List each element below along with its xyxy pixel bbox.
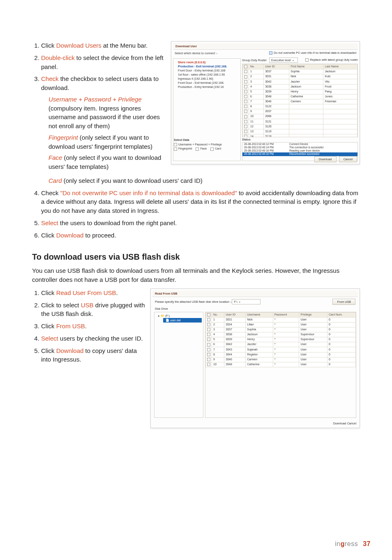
row-checkbox[interactable]: [244, 70, 247, 73]
step-5: Select the users to download from the ri…: [41, 219, 360, 228]
row-checkbox[interactable]: [244, 130, 247, 133]
col-userid[interactable]: User ID: [264, 65, 289, 69]
table-row[interactable]: 93046Carmen*User0: [206, 357, 356, 362]
overwrite-label: Do not overwrite PC user info if no term…: [274, 51, 356, 55]
row-checkbox[interactable]: [244, 120, 247, 123]
brand-logo: ingress: [335, 539, 358, 548]
table-row[interactable]: 53039HenryPang: [243, 89, 357, 94]
row-checkbox[interactable]: [244, 125, 247, 128]
row-checkbox[interactable]: [244, 95, 247, 98]
chk-fingerprint[interactable]: [174, 147, 177, 151]
overwrite-checkbox[interactable]: [269, 51, 272, 55]
row-checkbox[interactable]: [244, 80, 247, 83]
status-row: 20-08-2013 02:40:14 PMThe connection is …: [242, 146, 357, 149]
row-checkbox[interactable]: [244, 100, 247, 103]
col-no[interactable]: No.: [212, 312, 224, 317]
row-checkbox[interactable]: [207, 323, 210, 326]
row-checkbox[interactable]: [244, 105, 247, 108]
table-row[interactable]: 73043Sujanah*User0: [206, 347, 356, 352]
status-row: 20-08-2013 02:40:16 PMDisconnection succ…: [242, 152, 357, 156]
status-row: 20-08-2013 02:40:12 PMConnect Device: [242, 143, 357, 146]
row-checkbox[interactable]: [244, 75, 247, 78]
table-row[interactable]: 43038JacksonFrost: [243, 84, 357, 89]
dialog-title: Read From USB: [152, 290, 358, 297]
table-row[interactable]: 53039Henry*Supervisor0: [206, 337, 356, 342]
row-checkbox[interactable]: [207, 353, 210, 356]
status-row: 20-08-2013 02:40:16 PMReading user from …: [242, 149, 357, 152]
usb-intro: You can use USB flash disk to download u…: [32, 266, 360, 284]
table-row[interactable]: 33037Sophia*User0: [206, 327, 356, 332]
select-all-checkbox[interactable]: [207, 313, 210, 316]
replace-roster-label: Replace with latest group duty roster: [310, 58, 358, 62]
disk-tree[interactable]: ▸ 📁 (F:) 📄 user.dat: [154, 312, 203, 418]
chk-upp[interactable]: [174, 143, 177, 146]
table-row[interactable]: 23031NickKutz: [243, 74, 357, 79]
row-checkbox[interactable]: [244, 85, 247, 88]
row-checkbox[interactable]: [207, 318, 210, 321]
roster-dropdown[interactable]: Executive level: [269, 58, 298, 63]
col-cardnum[interactable]: Card Num.: [327, 312, 355, 317]
row-checkbox[interactable]: [244, 135, 247, 137]
chk-face[interactable]: [196, 147, 199, 151]
table-row[interactable]: 63048CatherineJones: [243, 94, 357, 99]
col-username[interactable]: Username: [246, 312, 273, 317]
table-row[interactable]: 143118: [243, 134, 357, 137]
replace-roster-checkbox[interactable]: [305, 58, 309, 62]
table-row[interactable]: 83122: [243, 104, 357, 109]
row-checkbox[interactable]: [207, 343, 210, 346]
table-row[interactable]: 43038Jackson*Supervisor0: [206, 332, 356, 337]
table-row[interactable]: 83044Regielor*User0: [206, 352, 356, 357]
table-row[interactable]: 73046CarmenFreeman: [243, 99, 357, 104]
table-row[interactable]: 92037: [243, 109, 357, 114]
tree-node[interactable]: Store room (0.0.0.0): [175, 60, 239, 64]
tree-node[interactable]: Front Door - Entry terminal (192.168: [175, 68, 239, 72]
cancel-button[interactable]: Cancel: [339, 156, 357, 162]
table-row[interactable]: 13037SophiaJackson: [243, 69, 357, 74]
tree-node[interactable]: 1st floor - sales office (192.168.1.50: [175, 72, 239, 76]
table-row[interactable]: 33042JazzterVitz: [243, 79, 357, 84]
table-row[interactable]: 113121: [243, 119, 357, 124]
table-row[interactable]: 103048Catherine*User0: [206, 362, 356, 367]
row-checkbox[interactable]: [207, 333, 210, 336]
connect-label: Select which device to connect :-: [175, 51, 218, 55]
roster-label: Group Duty Roster: [242, 58, 267, 62]
tree-node[interactable]: Ingressus II (192.168.1.90): [175, 76, 239, 81]
attach-label: Please specify the attached USB flash di…: [155, 300, 232, 304]
dialog-title: Download User: [173, 43, 358, 50]
row-checkbox[interactable]: [207, 338, 210, 341]
row-checkbox[interactable]: [207, 363, 210, 366]
table-row[interactable]: 133119: [243, 129, 357, 134]
col-privilege[interactable]: Privilege: [299, 312, 327, 317]
drive-dropdown[interactable]: F:\: [232, 299, 261, 304]
table-row[interactable]: 13031Nick*User0: [206, 317, 356, 322]
usb-user-grid[interactable]: No. User ID Username Password Privilege …: [205, 312, 356, 367]
row-checkbox[interactable]: [244, 115, 247, 118]
read-from-usb-dialog: Read From USB Please specify the attache…: [150, 288, 360, 428]
tree-node[interactable]: Production - Exit terminal (192.168.: [175, 64, 239, 68]
usb-subhead: To download users via USB flash disk: [32, 251, 360, 263]
from-usb-button[interactable]: From USB: [332, 299, 355, 305]
row-checkbox[interactable]: [244, 110, 247, 113]
download-button[interactable]: Download: [333, 422, 346, 425]
cancel-button[interactable]: Cancel: [347, 422, 356, 425]
col-no[interactable]: No.: [249, 65, 264, 69]
tree-node[interactable]: Production - Entry terminal (192.16: [175, 85, 239, 89]
col-password[interactable]: Password: [273, 312, 299, 317]
row-checkbox[interactable]: [207, 358, 210, 361]
col-lastname[interactable]: Last Name: [323, 65, 357, 69]
col-firstname[interactable]: First Name: [289, 65, 323, 69]
user-grid[interactable]: No. User ID First Name Last Name 13037So…: [242, 64, 357, 137]
row-checkbox[interactable]: [207, 328, 210, 331]
table-row[interactable]: 102086: [243, 114, 357, 119]
download-button[interactable]: Download: [314, 156, 337, 162]
col-userid[interactable]: User ID: [224, 312, 246, 317]
table-row[interactable]: 123120: [243, 124, 357, 129]
table-row[interactable]: 63042Jazzter*User0: [206, 342, 356, 347]
table-row[interactable]: 23034Lilian*User0: [206, 322, 356, 327]
lbl-card: Card: [215, 147, 221, 151]
row-checkbox[interactable]: [244, 90, 247, 93]
select-all-checkbox[interactable]: [244, 65, 247, 68]
chk-card[interactable]: [210, 147, 214, 151]
tree-node[interactable]: Front Door - Exit terminal (192.168.: [175, 81, 239, 85]
row-checkbox[interactable]: [207, 348, 210, 351]
